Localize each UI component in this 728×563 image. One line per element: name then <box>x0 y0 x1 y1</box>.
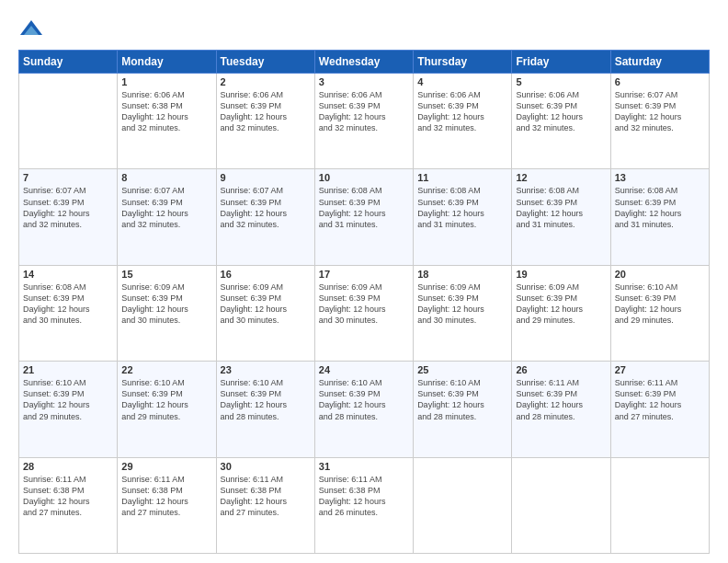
cell-info: Sunrise: 6:09 AM Sunset: 6:39 PM Dayligh… <box>121 282 211 327</box>
calendar-week-row: 14Sunrise: 6:08 AM Sunset: 6:39 PM Dayli… <box>19 265 710 361</box>
day-number: 21 <box>23 364 113 375</box>
cell-info: Sunrise: 6:06 AM Sunset: 6:39 PM Dayligh… <box>417 89 507 134</box>
calendar-table: SundayMondayTuesdayWednesdayThursdayFrid… <box>18 50 710 554</box>
day-number: 19 <box>516 269 606 280</box>
calendar-cell: 24Sunrise: 6:10 AM Sunset: 6:39 PM Dayli… <box>314 362 413 457</box>
calendar-cell: 25Sunrise: 6:10 AM Sunset: 6:39 PM Dayli… <box>414 362 512 457</box>
calendar-header-row: SundayMondayTuesdayWednesdayThursdayFrid… <box>19 51 710 74</box>
day-number: 29 <box>121 461 211 472</box>
cell-info: Sunrise: 6:10 AM Sunset: 6:39 PM Dayligh… <box>221 377 311 422</box>
cell-info: Sunrise: 6:11 AM Sunset: 6:39 PM Dayligh… <box>615 377 705 422</box>
cell-info: Sunrise: 6:10 AM Sunset: 6:39 PM Dayligh… <box>121 377 211 422</box>
calendar-cell: 19Sunrise: 6:09 AM Sunset: 6:39 PM Dayli… <box>512 265 610 361</box>
cell-info: Sunrise: 6:06 AM Sunset: 6:39 PM Dayligh… <box>221 89 311 134</box>
day-number: 4 <box>417 76 507 87</box>
cell-info: Sunrise: 6:06 AM Sunset: 6:39 PM Dayligh… <box>516 89 606 134</box>
cell-info: Sunrise: 6:06 AM Sunset: 6:38 PM Dayligh… <box>121 89 211 134</box>
logo-icon <box>18 17 44 42</box>
day-number: 18 <box>417 269 507 280</box>
day-number: 7 <box>23 172 113 183</box>
cell-info: Sunrise: 6:09 AM Sunset: 6:39 PM Dayligh… <box>417 282 507 327</box>
calendar-cell: 2Sunrise: 6:06 AM Sunset: 6:39 PM Daylig… <box>216 74 314 169</box>
day-number: 1 <box>121 76 211 87</box>
calendar-cell: 28Sunrise: 6:11 AM Sunset: 6:38 PM Dayli… <box>19 457 118 553</box>
calendar-cell <box>512 457 610 553</box>
day-number: 20 <box>615 269 705 280</box>
day-number: 15 <box>121 269 211 280</box>
cell-info: Sunrise: 6:07 AM Sunset: 6:39 PM Dayligh… <box>121 185 211 230</box>
cell-info: Sunrise: 6:07 AM Sunset: 6:39 PM Dayligh… <box>221 185 311 230</box>
calendar-cell: 8Sunrise: 6:07 AM Sunset: 6:39 PM Daylig… <box>118 169 216 265</box>
cell-info: Sunrise: 6:10 AM Sunset: 6:39 PM Dayligh… <box>23 377 113 422</box>
calendar-cell: 22Sunrise: 6:10 AM Sunset: 6:39 PM Dayli… <box>118 362 216 457</box>
calendar-header-tuesday: Tuesday <box>216 51 314 74</box>
day-number: 6 <box>615 76 705 87</box>
cell-info: Sunrise: 6:10 AM Sunset: 6:39 PM Dayligh… <box>615 282 705 327</box>
calendar-cell: 4Sunrise: 6:06 AM Sunset: 6:39 PM Daylig… <box>414 74 512 169</box>
cell-info: Sunrise: 6:11 AM Sunset: 6:38 PM Dayligh… <box>23 474 113 519</box>
calendar-cell: 29Sunrise: 6:11 AM Sunset: 6:38 PM Dayli… <box>118 457 216 553</box>
calendar-cell <box>610 457 709 553</box>
day-number: 5 <box>516 76 606 87</box>
calendar-cell: 27Sunrise: 6:11 AM Sunset: 6:39 PM Dayli… <box>610 362 709 457</box>
calendar-cell <box>19 74 118 169</box>
calendar-header-monday: Monday <box>118 51 216 74</box>
calendar-week-row: 1Sunrise: 6:06 AM Sunset: 6:38 PM Daylig… <box>19 74 710 169</box>
calendar-cell: 21Sunrise: 6:10 AM Sunset: 6:39 PM Dayli… <box>19 362 118 457</box>
calendar-cell: 10Sunrise: 6:08 AM Sunset: 6:39 PM Dayli… <box>314 169 413 265</box>
cell-info: Sunrise: 6:08 AM Sunset: 6:39 PM Dayligh… <box>23 282 113 327</box>
day-number: 28 <box>23 461 113 472</box>
day-number: 22 <box>121 364 211 375</box>
cell-info: Sunrise: 6:06 AM Sunset: 6:39 PM Dayligh… <box>319 89 409 134</box>
calendar-cell: 14Sunrise: 6:08 AM Sunset: 6:39 PM Dayli… <box>19 265 118 361</box>
calendar-header-wednesday: Wednesday <box>314 51 413 74</box>
calendar-week-row: 7Sunrise: 6:07 AM Sunset: 6:39 PM Daylig… <box>19 169 710 265</box>
cell-info: Sunrise: 6:09 AM Sunset: 6:39 PM Dayligh… <box>516 282 606 327</box>
cell-info: Sunrise: 6:11 AM Sunset: 6:38 PM Dayligh… <box>319 474 409 519</box>
cell-info: Sunrise: 6:08 AM Sunset: 6:39 PM Dayligh… <box>615 185 705 230</box>
day-number: 27 <box>615 364 705 375</box>
day-number: 30 <box>221 461 311 472</box>
day-number: 14 <box>23 269 113 280</box>
cell-info: Sunrise: 6:07 AM Sunset: 6:39 PM Dayligh… <box>615 89 705 134</box>
calendar-cell: 31Sunrise: 6:11 AM Sunset: 6:38 PM Dayli… <box>314 457 413 553</box>
cell-info: Sunrise: 6:08 AM Sunset: 6:39 PM Dayligh… <box>417 185 507 230</box>
calendar-cell: 26Sunrise: 6:11 AM Sunset: 6:39 PM Dayli… <box>512 362 610 457</box>
calendar-header-friday: Friday <box>512 51 610 74</box>
day-number: 16 <box>221 269 311 280</box>
header <box>18 17 710 42</box>
day-number: 31 <box>319 461 409 472</box>
cell-info: Sunrise: 6:11 AM Sunset: 6:38 PM Dayligh… <box>221 474 311 519</box>
calendar-cell: 20Sunrise: 6:10 AM Sunset: 6:39 PM Dayli… <box>610 265 709 361</box>
calendar-cell: 6Sunrise: 6:07 AM Sunset: 6:39 PM Daylig… <box>610 74 709 169</box>
cell-info: Sunrise: 6:09 AM Sunset: 6:39 PM Dayligh… <box>221 282 311 327</box>
day-number: 17 <box>319 269 409 280</box>
day-number: 12 <box>516 172 606 183</box>
day-number: 26 <box>516 364 606 375</box>
calendar-header-thursday: Thursday <box>414 51 512 74</box>
cell-info: Sunrise: 6:09 AM Sunset: 6:39 PM Dayligh… <box>319 282 409 327</box>
page: SundayMondayTuesdayWednesdayThursdayFrid… <box>0 0 728 563</box>
cell-info: Sunrise: 6:07 AM Sunset: 6:39 PM Dayligh… <box>23 185 113 230</box>
calendar-cell: 1Sunrise: 6:06 AM Sunset: 6:38 PM Daylig… <box>118 74 216 169</box>
day-number: 23 <box>221 364 311 375</box>
calendar-cell: 5Sunrise: 6:06 AM Sunset: 6:39 PM Daylig… <box>512 74 610 169</box>
calendar-cell: 17Sunrise: 6:09 AM Sunset: 6:39 PM Dayli… <box>314 265 413 361</box>
cell-info: Sunrise: 6:08 AM Sunset: 6:39 PM Dayligh… <box>516 185 606 230</box>
calendar-cell <box>414 457 512 553</box>
calendar-header-saturday: Saturday <box>610 51 709 74</box>
cell-info: Sunrise: 6:11 AM Sunset: 6:39 PM Dayligh… <box>516 377 606 422</box>
logo <box>18 17 48 42</box>
day-number: 10 <box>319 172 409 183</box>
calendar-week-row: 21Sunrise: 6:10 AM Sunset: 6:39 PM Dayli… <box>19 362 710 457</box>
calendar-cell: 7Sunrise: 6:07 AM Sunset: 6:39 PM Daylig… <box>19 169 118 265</box>
cell-info: Sunrise: 6:11 AM Sunset: 6:38 PM Dayligh… <box>121 474 211 519</box>
day-number: 3 <box>319 76 409 87</box>
calendar-cell: 18Sunrise: 6:09 AM Sunset: 6:39 PM Dayli… <box>414 265 512 361</box>
calendar-cell: 13Sunrise: 6:08 AM Sunset: 6:39 PM Dayli… <box>610 169 709 265</box>
calendar-cell: 16Sunrise: 6:09 AM Sunset: 6:39 PM Dayli… <box>216 265 314 361</box>
day-number: 13 <box>615 172 705 183</box>
calendar-header-sunday: Sunday <box>19 51 118 74</box>
day-number: 25 <box>417 364 507 375</box>
cell-info: Sunrise: 6:10 AM Sunset: 6:39 PM Dayligh… <box>319 377 409 422</box>
